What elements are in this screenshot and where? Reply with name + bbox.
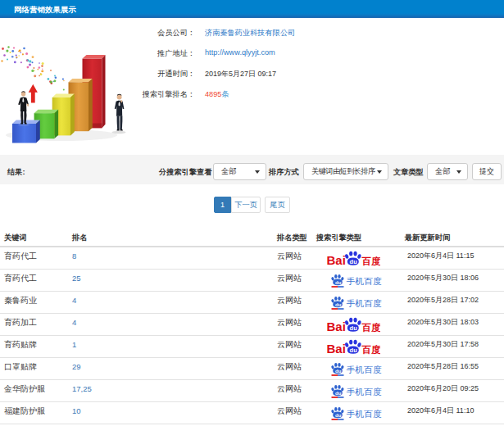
svg-text:Bai: Bai (327, 320, 346, 333)
svg-text:手机百度: 手机百度 (347, 386, 382, 396)
svg-text:Bai: Bai (327, 342, 346, 356)
svg-text:du: du (335, 413, 342, 418)
svg-text:du: du (335, 391, 342, 396)
svg-text:du: du (335, 369, 342, 374)
svg-text:手机百度: 手机百度 (347, 275, 382, 285)
svg-text:手机百度: 手机百度 (347, 364, 382, 374)
svg-text:du: du (350, 324, 358, 332)
svg-text:手机百度: 手机百度 (347, 408, 382, 418)
svg-text:du: du (335, 280, 342, 285)
svg-text:du: du (350, 258, 358, 265)
svg-text:du: du (335, 302, 342, 307)
svg-text:百度: 百度 (361, 256, 381, 266)
svg-text:百度: 百度 (361, 322, 381, 333)
svg-text:Bai: Bai (327, 253, 346, 267)
svg-text:手机百度: 手机百度 (347, 297, 382, 307)
svg-text:du: du (350, 347, 358, 354)
svg-text:百度: 百度 (361, 344, 381, 355)
